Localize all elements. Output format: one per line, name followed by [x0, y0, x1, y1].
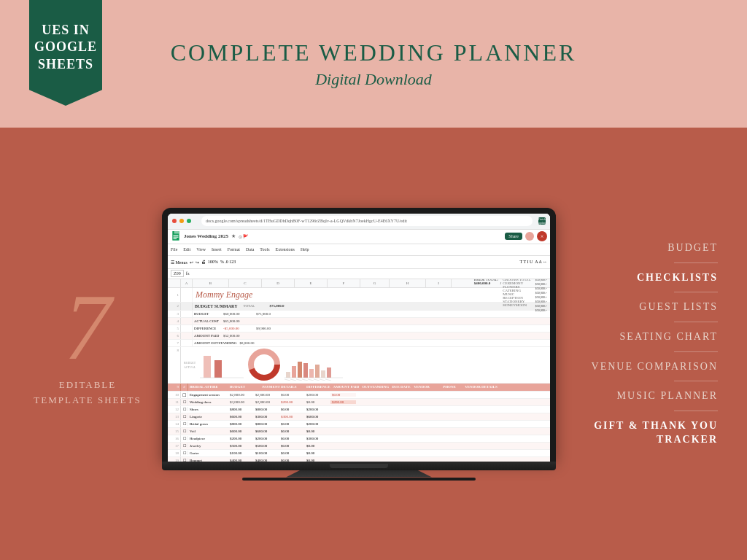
outstanding-2: $200.00: [330, 400, 356, 404]
share-button[interactable]: Share: [505, 233, 522, 240]
row-5-num: 5: [168, 325, 181, 332]
url-bar[interactable]: docs.google.com/spreadsheets/d/1TBuGDDhD…: [201, 216, 533, 226]
main-content: A B C D E F G H I J: [168, 279, 550, 462]
cell-title: Mommy Engage: [193, 289, 252, 300]
laptop-screen: docs.google.com/spreadsheets/d/1TBuGDDhD…: [168, 214, 550, 462]
toolbar-align[interactable]: A A ↔: [535, 260, 547, 264]
item-3: Shoes: [188, 408, 228, 411]
svg-line-24: [308, 379, 314, 381]
svg-line-26: [320, 379, 325, 381]
menu-view[interactable]: View: [196, 247, 206, 252]
row-19: 19: [168, 457, 181, 462]
paid-6: $0.00: [305, 429, 330, 433]
cell-a6[interactable]: [181, 332, 193, 339]
menu-tools[interactable]: Tools: [260, 247, 269, 252]
cell-reference[interactable]: Z99: [171, 270, 184, 277]
menu-file[interactable]: File: [171, 247, 177, 252]
cell-diff-label: DIFFERENCE: [193, 327, 222, 330]
item-10: Bouquet: [188, 459, 228, 462]
toolbar-font[interactable]: T T I U: [519, 260, 533, 264]
sheet-grid: A B C D E F G H I J: [168, 279, 550, 462]
toolbar-format[interactable]: % .0 123: [220, 260, 236, 264]
divider-6: [674, 411, 718, 411]
col-e: E: [295, 279, 328, 287]
item-1: Engagement session: [188, 393, 228, 397]
menu-edit[interactable]: Edit: [183, 247, 190, 252]
toolbar-print[interactable]: 🖨: [201, 260, 206, 264]
budget-col-header: BUDGET: [228, 385, 254, 389]
checkbox-8[interactable]: ☐: [181, 443, 188, 448]
menu-extensions[interactable]: Extensions: [276, 247, 295, 252]
diff-2: $200.00: [279, 400, 305, 404]
budget-2: $3,000.00: [228, 400, 254, 404]
diff-9: $0.00: [279, 451, 305, 455]
cell-budget-label: BUDGET: [193, 312, 222, 316]
svg-rect-16: [315, 365, 320, 378]
svg-rect-18: [327, 368, 331, 378]
toolbar-zoom[interactable]: 100%: [208, 260, 218, 264]
close-button[interactable]: ×: [537, 231, 547, 241]
cell-a1[interactable]: [181, 288, 193, 302]
col-c: C: [229, 279, 262, 287]
browser-bar: docs.google.com/spreadsheets/d/1TBuGDDhD…: [168, 214, 550, 230]
paid-9: $0.00: [305, 451, 330, 455]
checkbox-1[interactable]: ☐: [181, 392, 188, 398]
menu-data[interactable]: Data: [246, 247, 254, 252]
row-4-num: 4: [168, 318, 181, 324]
finish-update-btn[interactable]: Finish update: [538, 217, 546, 225]
avatar: [525, 232, 534, 241]
menu-insert[interactable]: Insert: [212, 247, 222, 252]
checkbox-7[interactable]: ☐: [181, 436, 188, 440]
checkbox-3[interactable]: ☐: [181, 407, 188, 411]
subtitle: Digital Download: [171, 70, 577, 89]
col-i: I: [426, 279, 452, 287]
paid-10: $0.00: [305, 459, 330, 462]
row-num-header: [168, 279, 181, 287]
doc-title: Jones Wedding 2025: [184, 233, 228, 239]
cell-diff-total: $9,900.00: [255, 327, 287, 330]
cell-a3[interactable]: [181, 311, 193, 317]
col-d: D: [262, 279, 295, 287]
svg-rect-11: [286, 372, 290, 378]
checkbox-5[interactable]: ☐: [181, 421, 188, 426]
cell-a7[interactable]: [181, 340, 193, 346]
menu-format[interactable]: Format: [228, 247, 240, 252]
divider-1: [674, 262, 718, 263]
paid-8: $0.00: [305, 444, 330, 448]
star-icon[interactable]: ★: [231, 233, 236, 239]
checkbox-4[interactable]: ☐: [181, 414, 188, 419]
svg-rect-14: [303, 363, 308, 378]
laptop-stand: [286, 470, 432, 478]
vendor-header: VENDOR: [412, 385, 441, 389]
diff-5: $0.00: [279, 422, 305, 426]
svg-rect-4: [174, 238, 177, 239]
cell-a4[interactable]: [181, 318, 193, 324]
budget-row-4: 6 AMOUNT PAID $52,000.00: [168, 332, 550, 340]
menu-help[interactable]: Help: [301, 247, 309, 252]
budget-summary-label: BUDGET SUMMARY: [193, 304, 238, 308]
cell-a5[interactable]: [181, 325, 193, 332]
doc-location: ⊙ 🚩: [239, 234, 249, 239]
toolbar-undo[interactable]: ↩: [190, 260, 193, 265]
paid-4: $600.00: [305, 415, 330, 419]
formula-icon: fx: [186, 271, 190, 276]
toolbar-menu-icon[interactable]: ☰ Menus: [171, 260, 187, 265]
checkbox-6[interactable]: ☐: [181, 429, 188, 433]
row-18: 18: [168, 450, 181, 456]
feature-seating-chart: SEATING CHART: [620, 330, 718, 344]
divider-2: [674, 292, 718, 292]
diff-10: $0.00: [279, 459, 305, 462]
feature-venue-comparison: VENUE COMPARISON: [592, 359, 718, 374]
paid-5: $200.00: [305, 422, 330, 426]
checkbox-9[interactable]: ☐: [181, 451, 188, 455]
checkbox-10[interactable]: ☐: [181, 458, 188, 462]
toolbar-redo[interactable]: ↪: [196, 260, 199, 265]
col-a: A: [181, 279, 193, 287]
data-row-2: 11 ☐ Wedding dress $3,000.00 $2,800.00 $…: [168, 399, 550, 406]
col-h: H: [390, 279, 426, 287]
cell-a2[interactable]: [181, 303, 193, 310]
row-1-num: 1: [168, 288, 181, 302]
checkbox-2[interactable]: ☐: [181, 399, 188, 405]
title-row: 1 Mommy Engage BRIDE TOTAL:$400,000.0 GR…: [168, 288, 550, 303]
laptop-foot: [242, 478, 476, 481]
